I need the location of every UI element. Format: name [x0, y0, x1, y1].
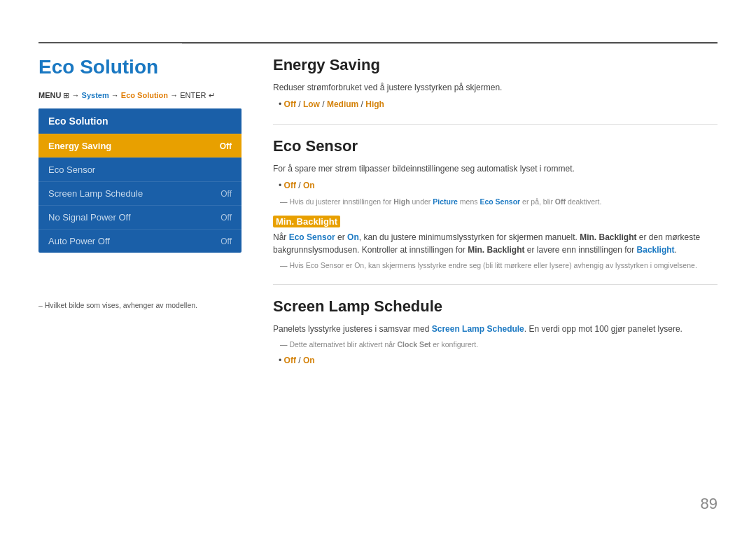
- enter-icon: ↵: [209, 91, 215, 99]
- min-backlight-badge: Min. Backlight: [273, 216, 340, 227]
- screen-lamp-note: Dette alternativet blir aktivert når Clo…: [280, 339, 718, 351]
- panel-item-value: Off: [220, 189, 232, 199]
- eco-sensor-options: Off / On: [279, 179, 718, 192]
- panel-item-eco-sensor[interactable]: Eco Sensor: [38, 157, 241, 181]
- panel-item-auto-power[interactable]: Auto Power Off Off: [38, 229, 241, 253]
- system-link: System: [82, 91, 109, 99]
- screen-lamp-option: Off / On: [279, 354, 718, 367]
- screen-lamp-title: Screen Lamp Schedule: [273, 297, 718, 316]
- menu-label: MENU: [38, 91, 61, 99]
- divider-1: [273, 124, 718, 125]
- panel-item-value: Off: [220, 141, 232, 151]
- panel-item-label: Energy Saving: [48, 141, 111, 151]
- screen-lamp-desc: Panelets lysstyrke justeres i samsvar me…: [273, 323, 718, 335]
- menu-icon: ⊞ →: [63, 91, 81, 99]
- eco-panel-header: Eco Solution: [38, 108, 241, 134]
- panel-note: – Hvilket bilde som vises, avhenger av m…: [38, 301, 197, 309]
- panel-item-value: Off: [220, 237, 232, 246]
- top-rule-thin: [182, 43, 718, 44]
- panel-item-screen-lamp[interactable]: Screen Lamp Schedule Off: [38, 181, 241, 205]
- panel-item-label: Auto Power Off: [48, 236, 110, 246]
- eco-sensor-option: Off / On: [279, 179, 718, 192]
- panel-item-label: No Signal Power Off: [48, 212, 131, 223]
- panel-item-no-signal[interactable]: No Signal Power Off Off: [38, 205, 241, 229]
- content-area: Energy Saving Reduser strømforbruket ved…: [273, 56, 718, 372]
- panel-item-value: Off: [220, 213, 232, 223]
- eco-sensor-title: Eco Sensor: [273, 137, 718, 155]
- screen-lamp-options: Off / On: [279, 354, 718, 367]
- panel-item-label: Eco Sensor: [48, 164, 95, 175]
- arrow1: →: [111, 91, 121, 99]
- page-number: 89: [701, 495, 718, 513]
- eco-link: Eco Solution: [121, 91, 168, 99]
- menu-path: MENU ⊞ → System → Eco Solution → ENTER ↵: [38, 91, 215, 100]
- energy-saving-title: Energy Saving: [273, 56, 718, 74]
- energy-saving-options: Off / Low / Medium / High: [279, 98, 718, 111]
- arrow2: → ENTER: [170, 91, 208, 99]
- eco-sensor-desc: For å spare mer strøm tilpasser bildeinn…: [273, 162, 718, 175]
- page-title: Eco Solution: [38, 56, 158, 78]
- divider-2: [273, 284, 718, 285]
- eco-panel: Eco Solution Energy Saving Off Eco Senso…: [38, 108, 241, 253]
- energy-saving-desc: Reduser strømforbruket ved å justere lys…: [273, 81, 718, 94]
- eco-sensor-note1: Hvis du justerer innstillingen for High …: [280, 197, 718, 208]
- panel-item-label: Screen Lamp Schedule: [48, 188, 143, 199]
- eco-sensor-note2: Hvis Eco Sensor er On, kan skjermens lys…: [280, 260, 718, 272]
- panel-item-energy-saving[interactable]: Energy Saving Off: [38, 134, 241, 157]
- min-backlight-desc: Når Eco Sensor er On, kan du justere min…: [273, 231, 718, 256]
- energy-saving-option: Off / Low / Medium / High: [279, 98, 718, 111]
- min-backlight-badge-container: Min. Backlight: [273, 216, 718, 227]
